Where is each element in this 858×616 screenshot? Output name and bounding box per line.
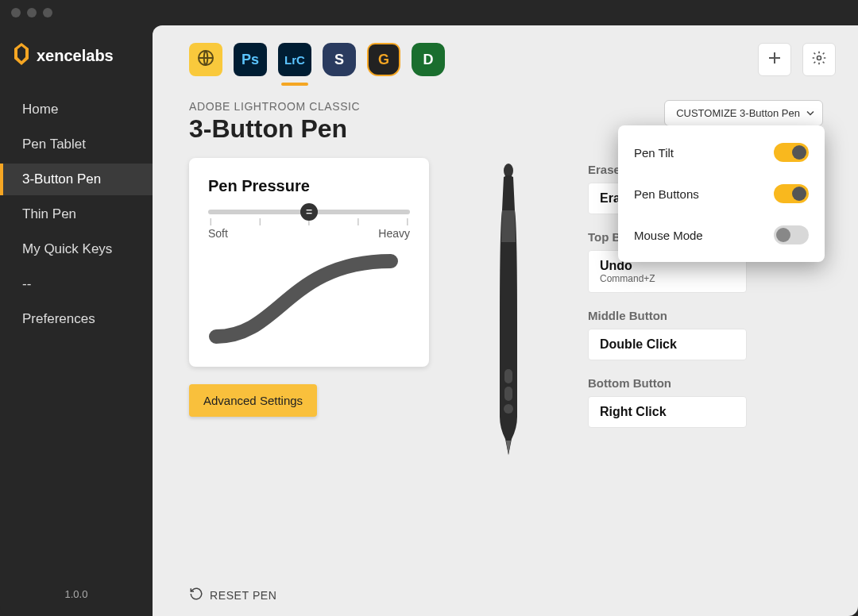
svg-point-5 [504, 404, 513, 414]
app-icon-d[interactable]: D [412, 43, 445, 76]
customize-dropdown-label: CUSTOMIZE 3-Button Pen [676, 107, 800, 119]
settings-button[interactable] [802, 43, 836, 76]
sidebar-item-home[interactable]: Home [0, 94, 153, 125]
reset-icon [189, 587, 203, 603]
version-label: 1.0.0 [0, 572, 153, 616]
pressure-soft-label: Soft [208, 227, 228, 240]
app-icon-photoshop[interactable]: Ps [234, 43, 267, 76]
sidebar: xencelabs Home Pen Tablet 3-Button Pen T… [0, 25, 153, 616]
pressure-heavy-label: Heavy [378, 227, 410, 240]
dropdown-item-pen-buttons[interactable]: Pen Buttons [618, 173, 825, 214]
svg-rect-3 [504, 369, 512, 383]
reset-pen-button[interactable]: RESET PEN [189, 587, 277, 603]
window-titlebar [0, 0, 858, 25]
customize-dropdown-panel: Pen Tilt Pen Buttons Mouse Mode [618, 125, 825, 262]
toggle-pen-tilt[interactable] [774, 143, 809, 162]
bottom-button-value: Right Click [600, 405, 735, 419]
window-min-dot[interactable] [27, 8, 37, 17]
pen-graphic [453, 158, 564, 456]
gear-icon [811, 50, 827, 69]
sidebar-item-preferences[interactable]: Preferences [0, 303, 153, 335]
pressure-slider[interactable]: = [208, 210, 410, 214]
pen-pressure-card: Pen Pressure = ||||| Soft Heavy [189, 158, 429, 367]
bottom-button-label: Bottom Button [588, 376, 821, 390]
add-app-button[interactable] [758, 43, 791, 76]
dropdown-item-label: Mouse Mode [634, 229, 703, 242]
app-icon-global[interactable] [189, 43, 222, 76]
app-root: xencelabs Home Pen Tablet 3-Button Pen T… [0, 25, 858, 616]
chevron-down-icon [806, 107, 814, 119]
brand-logo-icon [13, 43, 30, 68]
advanced-settings-button[interactable]: Advanced Settings [189, 384, 317, 417]
middle-button-label: Middle Button [588, 309, 821, 322]
dropdown-item-label: Pen Tilt [634, 146, 674, 160]
pressure-slider-handle[interactable]: = [300, 203, 318, 221]
sidebar-item-3-button-pen[interactable]: 3-Button Pen [0, 164, 153, 195]
main-panel: Ps LrC S G D ADOBE LIGHTROOM CLASSIC 3-B… [153, 25, 858, 616]
sidebar-item-separator: -- [0, 268, 153, 300]
dropdown-item-label: Pen Buttons [634, 187, 699, 201]
app-icon-s[interactable]: S [323, 43, 356, 76]
sidebar-item-my-quick-keys[interactable]: My Quick Keys [0, 233, 153, 265]
plus-icon [767, 51, 782, 68]
svg-point-1 [817, 56, 821, 60]
middle-button-value-box[interactable]: Double Click [588, 329, 747, 360]
window-close-dot[interactable] [11, 8, 21, 17]
window-max-dot[interactable] [43, 8, 52, 17]
sidebar-nav: Home Pen Tablet 3-Button Pen Thin Pen My… [0, 87, 153, 572]
brand: xencelabs [0, 25, 153, 87]
pressure-curve-graphic [208, 249, 410, 348]
sidebar-item-thin-pen[interactable]: Thin Pen [0, 198, 153, 230]
pressure-slider-labels: Soft Heavy [208, 227, 410, 240]
globe-icon [196, 48, 215, 71]
bottom-button-value-box[interactable]: Right Click [588, 396, 747, 428]
dropdown-item-mouse-mode[interactable]: Mouse Mode [618, 214, 825, 256]
app-icon-g[interactable]: G [367, 43, 400, 76]
dropdown-item-pen-tilt[interactable]: Pen Tilt [618, 132, 825, 173]
svg-rect-4 [504, 387, 512, 401]
toggle-mouse-mode[interactable] [774, 225, 809, 244]
sidebar-item-pen-tablet[interactable]: Pen Tablet [0, 129, 153, 160]
middle-button-value: Double Click [600, 337, 735, 352]
customize-dropdown-trigger[interactable]: CUSTOMIZE 3-Button Pen [664, 100, 823, 126]
app-toolbar: Ps LrC S G D [153, 25, 858, 83]
brand-name: xencelabs [37, 47, 114, 65]
app-icon-lightroom-classic[interactable]: LrC [278, 43, 311, 76]
toggle-pen-buttons[interactable] [774, 184, 809, 203]
top-button-shortcut: Command+Z [600, 273, 735, 284]
reset-pen-label: RESET PEN [210, 589, 277, 602]
pen-pressure-heading: Pen Pressure [208, 177, 410, 195]
content: ADOBE LIGHTROOM CLASSIC 3-Button Pen CUS… [153, 83, 858, 616]
